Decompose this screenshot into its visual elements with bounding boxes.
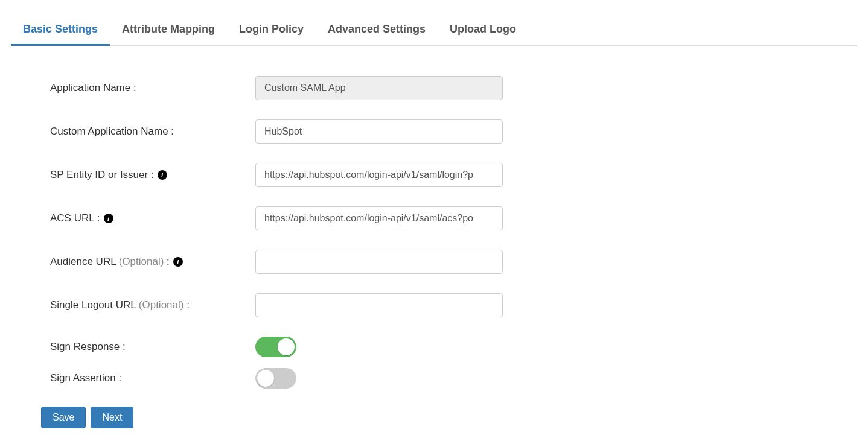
tab-upload-logo[interactable]: Upload Logo: [438, 18, 528, 46]
input-application-name: [255, 76, 503, 100]
label-acs-url: ACS URL : i: [50, 212, 255, 224]
info-icon[interactable]: i: [173, 257, 183, 267]
label-sign-assertion: Sign Assertion :: [50, 372, 255, 384]
next-button[interactable]: Next: [91, 407, 133, 428]
label-single-logout-url: Single Logout URL (Optional) :: [50, 299, 255, 311]
label-audience-url: Audience URL (Optional) : i: [50, 256, 255, 268]
tab-advanced-settings[interactable]: Advanced Settings: [316, 18, 438, 46]
tab-login-policy[interactable]: Login Policy: [227, 18, 316, 46]
info-icon[interactable]: i: [158, 170, 167, 180]
input-audience-url[interactable]: [255, 250, 503, 274]
input-acs-url[interactable]: [255, 206, 503, 230]
label-custom-application-name: Custom Application Name :: [50, 125, 255, 138]
label-application-name: Application Name :: [50, 82, 255, 94]
toggle-sign-response[interactable]: [255, 337, 296, 357]
tab-attribute-mapping[interactable]: Attribute Mapping: [110, 18, 227, 46]
input-custom-application-name[interactable]: [255, 119, 503, 144]
tab-basic-settings[interactable]: Basic Settings: [11, 18, 110, 46]
save-button[interactable]: Save: [41, 407, 86, 428]
tabs-bar: Basic Settings Attribute Mapping Login P…: [11, 18, 857, 46]
toggle-sign-assertion[interactable]: [255, 368, 296, 389]
info-icon[interactable]: i: [104, 214, 113, 223]
input-single-logout-url[interactable]: [255, 293, 503, 317]
label-sp-entity-id: SP Entity ID or Issuer : i: [50, 169, 255, 181]
input-sp-entity-id[interactable]: [255, 163, 503, 187]
label-sign-response: Sign Response :: [50, 341, 255, 353]
